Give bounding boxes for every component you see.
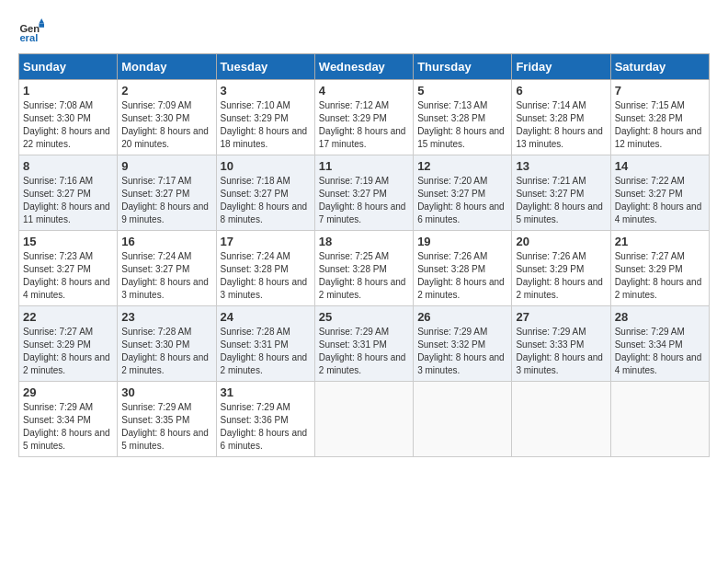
day-number: 22 (23, 310, 113, 324)
calendar-week-row: 22 Sunrise: 7:27 AM Sunset: 3:29 PM Dayl… (19, 306, 710, 382)
calendar-cell: 28 Sunrise: 7:29 AM Sunset: 3:34 PM Dayl… (610, 306, 709, 382)
day-number: 23 (121, 310, 211, 324)
day-number: 9 (121, 159, 211, 173)
col-header-sunday: Sunday (19, 54, 118, 80)
day-info: Sunrise: 7:19 AM Sunset: 3:27 PM Dayligh… (319, 175, 409, 226)
day-info: Sunrise: 7:14 AM Sunset: 3:28 PM Dayligh… (516, 99, 606, 151)
day-info: Sunrise: 7:08 AM Sunset: 3:30 PM Dayligh… (23, 99, 113, 151)
day-info: Sunrise: 7:24 AM Sunset: 3:28 PM Dayligh… (221, 250, 311, 302)
svg-marker-3 (39, 24, 44, 28)
day-info: Sunrise: 7:29 AM Sunset: 3:31 PM Dayligh… (319, 326, 409, 377)
day-info: Sunrise: 7:26 AM Sunset: 3:29 PM Dayligh… (516, 250, 606, 302)
calendar-cell: 8 Sunrise: 7:16 AM Sunset: 3:27 PM Dayli… (19, 155, 118, 231)
col-header-monday: Monday (118, 54, 216, 80)
day-info: Sunrise: 7:29 AM Sunset: 3:32 PM Dayligh… (417, 326, 507, 377)
day-info: Sunrise: 7:29 AM Sunset: 3:34 PM Dayligh… (23, 401, 113, 453)
day-number: 5 (417, 84, 507, 98)
day-number: 21 (615, 235, 705, 248)
day-number: 7 (615, 84, 705, 98)
calendar-week-row: 8 Sunrise: 7:16 AM Sunset: 3:27 PM Dayli… (19, 155, 710, 231)
calendar-cell (512, 382, 610, 457)
day-info: Sunrise: 7:09 AM Sunset: 3:30 PM Dayligh… (121, 99, 211, 151)
calendar-cell: 12 Sunrise: 7:20 AM Sunset: 3:27 PM Dayl… (414, 155, 512, 231)
day-number: 16 (121, 235, 211, 248)
calendar-cell: 31 Sunrise: 7:29 AM Sunset: 3:36 PM Dayl… (216, 382, 314, 457)
day-info: Sunrise: 7:24 AM Sunset: 3:27 PM Dayligh… (121, 250, 211, 302)
day-info: Sunrise: 7:27 AM Sunset: 3:29 PM Dayligh… (615, 250, 705, 302)
calendar-cell: 19 Sunrise: 7:26 AM Sunset: 3:28 PM Dayl… (414, 231, 512, 306)
calendar-cell (414, 382, 512, 457)
col-header-tuesday: Tuesday (216, 54, 314, 80)
day-number: 29 (23, 385, 113, 399)
svg-marker-2 (39, 18, 44, 24)
calendar-cell (610, 382, 709, 457)
day-number: 8 (23, 159, 113, 173)
day-number: 18 (319, 235, 409, 248)
calendar-header-row: SundayMondayTuesdayWednesdayThursdayFrid… (19, 54, 710, 80)
day-number: 1 (23, 84, 113, 98)
calendar-cell: 27 Sunrise: 7:29 AM Sunset: 3:33 PM Dayl… (512, 306, 610, 382)
day-info: Sunrise: 7:21 AM Sunset: 3:27 PM Dayligh… (516, 175, 606, 226)
col-header-thursday: Thursday (414, 54, 512, 80)
day-info: Sunrise: 7:18 AM Sunset: 3:27 PM Dayligh… (221, 175, 311, 226)
day-info: Sunrise: 7:15 AM Sunset: 3:28 PM Dayligh… (615, 99, 705, 151)
day-info: Sunrise: 7:26 AM Sunset: 3:28 PM Dayligh… (417, 250, 507, 302)
logo: Gen eral (18, 18, 48, 44)
day-info: Sunrise: 7:28 AM Sunset: 3:30 PM Dayligh… (121, 326, 211, 377)
day-number: 2 (121, 84, 211, 98)
day-number: 13 (516, 159, 606, 173)
day-info: Sunrise: 7:13 AM Sunset: 3:28 PM Dayligh… (417, 99, 507, 151)
calendar-week-row: 1 Sunrise: 7:08 AM Sunset: 3:30 PM Dayli… (19, 80, 710, 155)
day-info: Sunrise: 7:10 AM Sunset: 3:29 PM Dayligh… (221, 99, 311, 151)
day-info: Sunrise: 7:17 AM Sunset: 3:27 PM Dayligh… (121, 175, 211, 226)
calendar-cell: 14 Sunrise: 7:22 AM Sunset: 3:27 PM Dayl… (610, 155, 709, 231)
calendar-cell: 10 Sunrise: 7:18 AM Sunset: 3:27 PM Dayl… (216, 155, 314, 231)
calendar-cell: 4 Sunrise: 7:12 AM Sunset: 3:29 PM Dayli… (314, 80, 413, 155)
calendar-table: SundayMondayTuesdayWednesdayThursdayFrid… (18, 53, 710, 457)
calendar-cell: 26 Sunrise: 7:29 AM Sunset: 3:32 PM Dayl… (414, 306, 512, 382)
calendar-cell: 21 Sunrise: 7:27 AM Sunset: 3:29 PM Dayl… (610, 231, 709, 306)
day-number: 19 (417, 235, 507, 248)
day-info: Sunrise: 7:29 AM Sunset: 3:34 PM Dayligh… (615, 326, 705, 377)
calendar-cell: 18 Sunrise: 7:25 AM Sunset: 3:28 PM Dayl… (314, 231, 413, 306)
day-number: 6 (516, 84, 606, 98)
day-number: 24 (221, 310, 311, 324)
day-number: 15 (23, 235, 113, 248)
day-number: 28 (615, 310, 705, 324)
day-info: Sunrise: 7:27 AM Sunset: 3:29 PM Dayligh… (23, 326, 113, 377)
page-header: Gen eral (18, 18, 710, 44)
col-header-friday: Friday (512, 54, 610, 80)
day-info: Sunrise: 7:22 AM Sunset: 3:27 PM Dayligh… (615, 175, 705, 226)
calendar-cell: 3 Sunrise: 7:10 AM Sunset: 3:29 PM Dayli… (216, 80, 314, 155)
calendar-cell (314, 382, 413, 457)
day-info: Sunrise: 7:23 AM Sunset: 3:27 PM Dayligh… (23, 250, 113, 302)
day-number: 25 (319, 310, 409, 324)
calendar-cell: 15 Sunrise: 7:23 AM Sunset: 3:27 PM Dayl… (19, 231, 118, 306)
day-number: 4 (319, 84, 409, 98)
day-number: 11 (319, 159, 409, 173)
day-info: Sunrise: 7:12 AM Sunset: 3:29 PM Dayligh… (319, 99, 409, 151)
day-number: 27 (516, 310, 606, 324)
calendar-cell: 9 Sunrise: 7:17 AM Sunset: 3:27 PM Dayli… (118, 155, 216, 231)
day-info: Sunrise: 7:25 AM Sunset: 3:28 PM Dayligh… (319, 250, 409, 302)
logo-icon: Gen eral (18, 18, 44, 44)
day-number: 12 (417, 159, 507, 173)
calendar-cell: 7 Sunrise: 7:15 AM Sunset: 3:28 PM Dayli… (610, 80, 709, 155)
day-info: Sunrise: 7:29 AM Sunset: 3:35 PM Dayligh… (121, 401, 211, 453)
day-number: 20 (516, 235, 606, 248)
calendar-cell: 23 Sunrise: 7:28 AM Sunset: 3:30 PM Dayl… (118, 306, 216, 382)
calendar-cell: 6 Sunrise: 7:14 AM Sunset: 3:28 PM Dayli… (512, 80, 610, 155)
calendar-cell: 22 Sunrise: 7:27 AM Sunset: 3:29 PM Dayl… (19, 306, 118, 382)
calendar-week-row: 29 Sunrise: 7:29 AM Sunset: 3:34 PM Dayl… (19, 382, 710, 457)
day-number: 30 (121, 385, 211, 399)
col-header-saturday: Saturday (610, 54, 709, 80)
day-number: 3 (221, 84, 311, 98)
day-info: Sunrise: 7:16 AM Sunset: 3:27 PM Dayligh… (23, 175, 113, 226)
day-info: Sunrise: 7:29 AM Sunset: 3:36 PM Dayligh… (221, 401, 311, 453)
day-info: Sunrise: 7:28 AM Sunset: 3:31 PM Dayligh… (221, 326, 311, 377)
calendar-cell: 20 Sunrise: 7:26 AM Sunset: 3:29 PM Dayl… (512, 231, 610, 306)
day-number: 10 (221, 159, 311, 173)
calendar-cell: 17 Sunrise: 7:24 AM Sunset: 3:28 PM Dayl… (216, 231, 314, 306)
day-number: 17 (221, 235, 311, 248)
calendar-cell: 24 Sunrise: 7:28 AM Sunset: 3:31 PM Dayl… (216, 306, 314, 382)
